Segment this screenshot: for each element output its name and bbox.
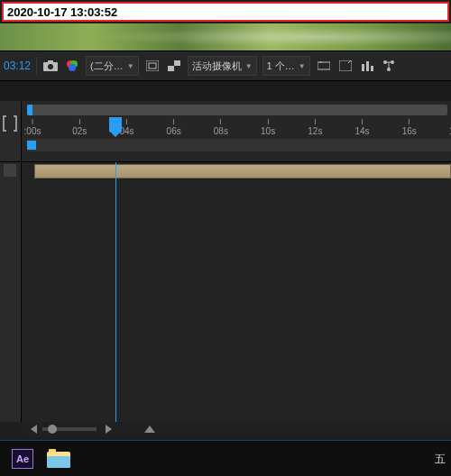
playhead-line[interactable] — [115, 162, 116, 422]
composition-preview — [0, 23, 451, 50]
timeline-ruler-area: :00s02s04s06s08s10s12s14s16s18s — [0, 101, 451, 162]
ruler-tick: 16s — [402, 119, 417, 136]
file-explorer-icon — [47, 449, 70, 469]
timeline-tracks[interactable] — [22, 162, 451, 422]
region-icon[interactable] — [144, 58, 161, 74]
track-color-swatch[interactable] — [4, 164, 16, 177]
zoom-control-bar — [22, 422, 451, 436]
snapshot-icon[interactable] — [42, 58, 59, 74]
svg-rect-13 — [362, 64, 364, 71]
svg-rect-1 — [48, 60, 53, 63]
ruler-tick: 02s — [72, 119, 87, 136]
taskbar-app-after-effects[interactable]: Ae — [9, 446, 36, 471]
ruler-tick: 10s — [261, 119, 275, 136]
taskbar-app-explorer[interactable] — [45, 446, 72, 471]
camera-dropdown[interactable]: 活动摄像机 ▼ — [188, 56, 257, 76]
toolbar-icon-c[interactable] — [359, 58, 375, 74]
svg-rect-6 — [146, 60, 159, 71]
ruler-tick: 06s — [167, 119, 181, 136]
toolbar-icon-a[interactable] — [316, 58, 332, 74]
ruler-tick: 08s — [214, 119, 228, 136]
channels-icon[interactable] — [64, 58, 80, 74]
svg-rect-7 — [149, 63, 156, 69]
time-ruler[interactable]: :00s02s04s06s08s10s12s14s16s18s — [27, 119, 451, 137]
current-timecode[interactable]: 03:12 — [4, 60, 31, 72]
zoom-in-icon[interactable] — [106, 425, 112, 434]
windows-taskbar: Ae 五 — [0, 440, 451, 476]
chevron-down-icon: ▼ — [299, 62, 306, 70]
svg-point-2 — [48, 64, 53, 69]
zoom-fit-icon[interactable] — [144, 426, 155, 433]
ruler-tick: 12s — [308, 119, 322, 136]
timestamp-overlay: 2020-10-17 13:03:52 — [2, 2, 449, 22]
zoom-out-icon[interactable] — [31, 425, 37, 434]
navigator-start[interactable] — [27, 141, 36, 150]
resolution-dropdown[interactable]: (二分… ▼ — [86, 56, 139, 76]
ruler-tick: 14s — [354, 119, 369, 136]
svg-rect-9 — [168, 60, 174, 66]
svg-rect-15 — [371, 66, 373, 71]
ime-indicator[interactable]: 五 — [435, 452, 446, 467]
zoom-slider-thumb[interactable] — [48, 425, 57, 434]
work-area-bar[interactable] — [27, 105, 447, 115]
views-dropdown[interactable]: 1 个… ▼ — [262, 56, 310, 76]
transparency-grid-icon[interactable] — [166, 58, 182, 74]
resolution-label: (二分… — [90, 60, 124, 73]
views-label: 1 个… — [267, 60, 295, 73]
ruler-tick: :00s — [24, 119, 41, 136]
ruler-gutter — [0, 101, 22, 161]
timestamp-text: 2020-10-17 13:03:52 — [7, 5, 117, 19]
panel-gap — [0, 81, 451, 101]
chevron-down-icon: ▼ — [245, 62, 253, 70]
svg-point-5 — [69, 64, 76, 71]
track-header-column — [0, 162, 22, 422]
zoom-slider[interactable] — [42, 427, 97, 431]
ae-icon: Ae — [12, 449, 33, 469]
composition-marker-icon[interactable] — [3, 115, 17, 132]
toolbar-icon-b[interactable] — [337, 58, 354, 74]
toolbar-icon-d[interactable] — [381, 58, 397, 74]
navigator-track[interactable] — [27, 139, 451, 151]
camera-label: 活动摄像机 — [192, 60, 242, 73]
playhead-indicator[interactable] — [109, 117, 122, 132]
preview-toolbar: 03:12 (二分… ▼ 活动摄像机 ▼ 1 个… ▼ — [0, 50, 451, 81]
svg-rect-11 — [318, 62, 330, 69]
svg-rect-10 — [174, 66, 180, 71]
svg-rect-14 — [366, 61, 369, 71]
work-area-start-handle[interactable] — [27, 105, 32, 115]
layer-clip[interactable] — [34, 164, 451, 178]
chevron-down-icon: ▼ — [127, 62, 134, 70]
